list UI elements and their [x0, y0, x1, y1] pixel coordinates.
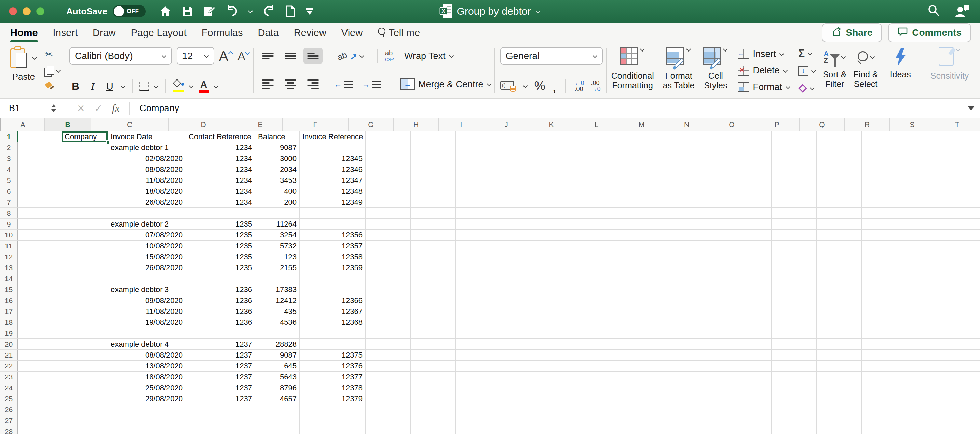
cell-H8[interactable]: [411, 208, 456, 219]
cell-O7[interactable]: [727, 197, 772, 208]
align-left-button[interactable]: [258, 76, 277, 92]
row-header-5[interactable]: 5: [0, 175, 18, 186]
account-people-icon[interactable]: [955, 4, 970, 18]
cell-F10[interactable]: 12356: [300, 230, 366, 241]
column-header-I[interactable]: I: [439, 119, 484, 131]
cell-R28[interactable]: [862, 426, 907, 434]
cell-P3[interactable]: [772, 153, 817, 164]
cell-J4[interactable]: [501, 164, 546, 175]
row-header-2[interactable]: 2: [0, 142, 18, 153]
cell-K18[interactable]: [546, 317, 591, 328]
cell-H23[interactable]: [411, 372, 456, 382]
cell-J21[interactable]: [501, 350, 546, 361]
cell-K26[interactable]: [546, 404, 591, 415]
cell-Q15[interactable]: [817, 284, 862, 295]
cell-G22[interactable]: [366, 361, 411, 372]
row-header-7[interactable]: 7: [0, 197, 18, 208]
cell-L19[interactable]: [591, 328, 636, 339]
cell-M2[interactable]: [636, 142, 681, 153]
cell-O16[interactable]: [727, 295, 772, 306]
cell-A12[interactable]: [18, 252, 62, 262]
cell-K25[interactable]: [546, 393, 591, 404]
row-header-12[interactable]: 12: [0, 252, 18, 262]
cell-C21[interactable]: 08/08/2020: [108, 350, 186, 361]
cell-N21[interactable]: [681, 350, 727, 361]
cell-F26[interactable]: [300, 404, 366, 415]
font-size-select[interactable]: 12: [177, 47, 214, 65]
cell-L11[interactable]: [591, 241, 636, 252]
cell-E2[interactable]: 9087: [255, 142, 300, 153]
cell-S5[interactable]: [907, 175, 952, 186]
cell-A27[interactable]: [18, 415, 62, 426]
name-box[interactable]: B1: [0, 103, 51, 114]
cell-T17[interactable]: [952, 306, 980, 317]
cell-O3[interactable]: [727, 153, 772, 164]
name-box-spinner[interactable]: [51, 105, 56, 112]
cell-O18[interactable]: [727, 317, 772, 328]
row-header-25[interactable]: 25: [0, 393, 18, 404]
cell-C11[interactable]: 10/08/2020: [108, 241, 186, 252]
cell-P26[interactable]: [772, 404, 817, 415]
cell-E16[interactable]: 12412: [255, 295, 300, 306]
tab-data[interactable]: Data: [258, 22, 279, 43]
cell-J28[interactable]: [501, 426, 546, 434]
cell-L8[interactable]: [591, 208, 636, 219]
cell-N24[interactable]: [681, 382, 727, 393]
comments-button[interactable]: Comments: [888, 23, 971, 42]
cell-N14[interactable]: [681, 273, 727, 284]
cell-D9[interactable]: 1235: [186, 219, 255, 230]
cell-O26[interactable]: [727, 404, 772, 415]
align-top-button[interactable]: [258, 48, 277, 64]
cell-S3[interactable]: [907, 153, 952, 164]
cell-S2[interactable]: [907, 142, 952, 153]
cell-E21[interactable]: 9087: [255, 350, 300, 361]
font-color-chevron[interactable]: [213, 84, 218, 89]
column-header-K[interactable]: K: [529, 119, 574, 131]
cell-D21[interactable]: 1237: [186, 350, 255, 361]
cell-L9[interactable]: [591, 219, 636, 230]
cell-G16[interactable]: [366, 295, 411, 306]
cell-R8[interactable]: [862, 208, 907, 219]
cell-L7[interactable]: [591, 197, 636, 208]
cell-N1[interactable]: [681, 131, 727, 142]
cell-L21[interactable]: [591, 350, 636, 361]
cell-S24[interactable]: [907, 382, 952, 393]
cell-C28[interactable]: [108, 426, 186, 434]
cell-R6[interactable]: [862, 186, 907, 197]
cell-K15[interactable]: [546, 284, 591, 295]
cell-I23[interactable]: [456, 372, 501, 382]
cell-J16[interactable]: [501, 295, 546, 306]
cell-F19[interactable]: [300, 328, 366, 339]
cell-H21[interactable]: [411, 350, 456, 361]
tab-formulas[interactable]: Formulas: [202, 22, 243, 43]
cell-H26[interactable]: [411, 404, 456, 415]
orientation-button[interactable]: ab: [337, 51, 364, 62]
row-header-13[interactable]: 13: [0, 262, 18, 273]
cell-G17[interactable]: [366, 306, 411, 317]
cell-J22[interactable]: [501, 361, 546, 372]
cell-Q28[interactable]: [817, 426, 862, 434]
column-header-D[interactable]: D: [169, 119, 238, 131]
column-header-T[interactable]: T: [935, 119, 980, 131]
tab-page-layout[interactable]: Page Layout: [131, 22, 186, 43]
cell-L1[interactable]: [591, 131, 636, 142]
cell-R23[interactable]: [862, 372, 907, 382]
cell-Q27[interactable]: [817, 415, 862, 426]
cell-O11[interactable]: [727, 241, 772, 252]
cell-G8[interactable]: [366, 208, 411, 219]
cell-D12[interactable]: 1235: [186, 252, 255, 262]
cell-Q13[interactable]: [817, 262, 862, 273]
cell-I12[interactable]: [456, 252, 501, 262]
cell-N8[interactable]: [681, 208, 727, 219]
cell-D20[interactable]: 1237: [186, 339, 255, 350]
cell-H20[interactable]: [411, 339, 456, 350]
column-header-A[interactable]: A: [1, 119, 45, 131]
cell-N26[interactable]: [681, 404, 727, 415]
cell-H18[interactable]: [411, 317, 456, 328]
cell-T10[interactable]: [952, 230, 980, 241]
cell-N16[interactable]: [681, 295, 727, 306]
cell-J3[interactable]: [501, 153, 546, 164]
row-header-16[interactable]: 16: [0, 295, 18, 306]
cell-A6[interactable]: [18, 186, 62, 197]
cell-N28[interactable]: [681, 426, 727, 434]
